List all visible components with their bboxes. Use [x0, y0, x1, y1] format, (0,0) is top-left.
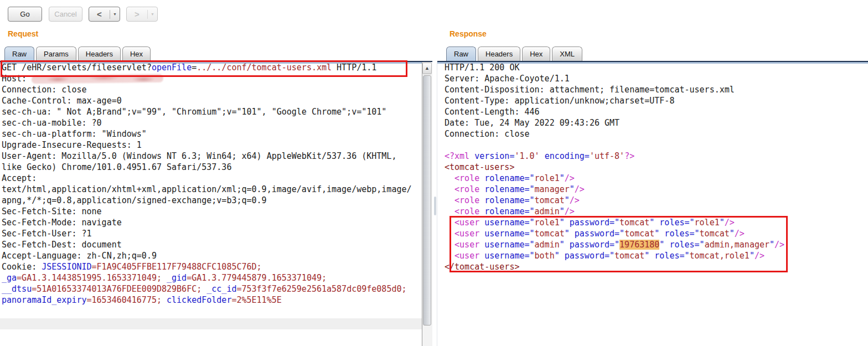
- code-segment: =GA1.3.779445879.1653371049;: [187, 273, 327, 283]
- code-segment: Sec-Fetch-User: ?1: [2, 229, 92, 239]
- code-segment: version=: [474, 151, 514, 161]
- code-line: User-Agent: Mozilla/5.0 (Windows NT 6.3;…: [2, 151, 421, 162]
- code-line: panoramaId_expiry=1653460416775; clicked…: [2, 295, 421, 306]
- pane-divider-handle[interactable]: [434, 197, 436, 215]
- code-segment: <user: [454, 251, 484, 261]
- code-segment: =1653460416775;: [87, 295, 162, 305]
- code-segment: " password=": [560, 218, 619, 228]
- code-line: <role rolename="manager"/>: [445, 184, 868, 195]
- code-segment: admin: [535, 240, 560, 250]
- code-segment: Content-Length: 446: [445, 107, 540, 117]
- code-line: apng,*/*;q=0.8,application/signed-exchan…: [2, 195, 421, 206]
- code-line: Connection: close: [445, 128, 868, 140]
- code-line: Server: Apache-Coyote/1.1: [445, 73, 868, 84]
- code-line: Cache-Control: max-age=0: [2, 95, 421, 106]
- code-segment: HTTP/1.1 200 OK: [445, 63, 519, 73]
- code-line: Content-Type: application/unknow;charset…: [445, 95, 868, 106]
- request-tab-headers[interactable]: Headers: [78, 47, 121, 61]
- code-segment: />: [575, 184, 585, 194]
- code-segment: _ga: [2, 273, 17, 283]
- code-segment: admin: [535, 206, 560, 216]
- code-segment: />: [735, 229, 745, 239]
- request-title: Request: [8, 29, 38, 38]
- code-segment: <user: [454, 229, 484, 239]
- code-segment: Connection: close: [2, 85, 87, 95]
- code-segment: rolename=": [484, 206, 534, 216]
- code-line: <user username="role1" password="tomcat"…: [445, 217, 868, 228]
- code-segment: openFile: [152, 63, 192, 73]
- code-segment: _cc_id: [206, 284, 236, 294]
- code-segment: />: [565, 173, 575, 183]
- code-segment: ": [769, 240, 774, 250]
- code-segment: _gid: [167, 273, 187, 283]
- code-line: Date: Tue, 24 May 2022 09:43:26 GMT: [445, 117, 868, 128]
- code-segment: ": [560, 173, 565, 183]
- code-segment: rolename=": [484, 195, 534, 205]
- code-segment: />: [570, 195, 580, 205]
- code-segment: role1: [695, 218, 720, 228]
- back-button[interactable]: < ▼: [89, 7, 120, 22]
- response-tab-headers[interactable]: Headers: [478, 47, 520, 61]
- code-segment: Sec-Fetch-Mode: navigate: [2, 218, 122, 228]
- forward-dropdown-icon[interactable]: ▼: [148, 12, 157, 16]
- code-segment: <role: [454, 206, 484, 216]
- code-line: <tomcat-users>: [445, 162, 868, 173]
- code-line: Connection: close: [2, 84, 421, 95]
- code-segment: username=": [484, 218, 534, 228]
- code-segment: sec-ch-ua: " Not A;Brand";v="99", "Chrom…: [2, 107, 386, 117]
- code-segment: JSESSIONID: [42, 262, 91, 272]
- code-line: [445, 140, 868, 151]
- code-segment: <?xml: [445, 151, 474, 161]
- code-segment: [445, 184, 454, 194]
- code-line: <user username="both" password="tomcat" …: [445, 250, 868, 261]
- request-scroll-thumb[interactable]: [423, 75, 431, 326]
- code-segment: User-Agent: Mozilla/5.0 (Windows NT 6.3;…: [2, 151, 396, 161]
- code-line: <role rolename="tomcat"/>: [445, 195, 868, 206]
- code-segment: =F1A9C405FFBE117F79488CFC1085C76D;: [92, 262, 262, 272]
- go-button[interactable]: Go: [8, 7, 42, 22]
- back-arrow-icon: <: [89, 9, 110, 19]
- response-tab-raw[interactable]: Raw: [446, 47, 476, 61]
- code-segment: username=": [484, 229, 534, 239]
- code-segment: =GA1.3.1443851995.1653371049;: [17, 273, 162, 283]
- code-segment: Accept:: [2, 173, 37, 183]
- code-segment: panoramaId_expiry: [2, 295, 87, 305]
- request-tab-hex[interactable]: Hex: [122, 47, 151, 61]
- request-tabs: Raw Params Headers Hex: [4, 47, 152, 61]
- code-segment: both: [535, 251, 555, 261]
- redacted-host-value: [32, 74, 163, 84]
- code-line: Accept-Language: zh-CN,zh;q=0.9: [2, 250, 421, 261]
- forward-button[interactable]: > ▼: [126, 7, 158, 22]
- code-segment: ": [570, 184, 575, 194]
- code-line: _ga=GA1.3.1443851995.1653371049; _gid=GA…: [2, 272, 421, 283]
- code-line: <user username="tomcat" password="tomcat…: [445, 228, 868, 239]
- code-segment: ": [750, 251, 755, 261]
- code-segment: sec-ch-ua-mobile: ?0: [2, 118, 102, 128]
- cancel-button[interactable]: Cancel: [49, 7, 82, 22]
- response-tab-xml[interactable]: XML: [552, 47, 582, 61]
- request-hscrollbar[interactable]: [0, 318, 422, 329]
- code-segment: tomcat: [700, 229, 730, 239]
- code-segment: [445, 229, 454, 239]
- request-tab-params[interactable]: Params: [36, 47, 76, 61]
- back-dropdown-icon[interactable]: ▼: [110, 12, 120, 16]
- code-segment: 19763180: [619, 240, 659, 250]
- scroll-up-icon[interactable]: ▲: [422, 63, 432, 74]
- code-segment: apng,*/*;q=0.8,application/signed-exchan…: [2, 195, 267, 205]
- code-segment: role1: [535, 173, 560, 183]
- code-segment: />: [725, 218, 735, 228]
- code-line: Sec-Fetch-Site: none: [2, 206, 421, 217]
- response-editor[interactable]: HTTP/1.1 200 OKServer: Apache-Coyote/1.1…: [445, 62, 868, 272]
- code-line: sec-ch-ua: " Not A;Brand";v="99", "Chrom…: [2, 106, 421, 117]
- request-editor[interactable]: GET /eHR/servlets/fileservlet?openFile=.…: [2, 62, 421, 306]
- code-segment: ": [730, 229, 735, 239]
- code-segment: [445, 173, 454, 183]
- code-segment: [445, 218, 454, 228]
- code-line: Content-Disposition: attachment; filenam…: [445, 84, 868, 95]
- request-tab-raw[interactable]: Raw: [4, 47, 34, 61]
- code-segment: admin,manager: [705, 240, 769, 250]
- code-segment: manager: [535, 184, 570, 194]
- code-segment: Sec-Fetch-Dest: document: [2, 240, 122, 250]
- response-tab-hex[interactable]: Hex: [522, 47, 550, 61]
- code-segment: HTTP/1.1: [332, 63, 376, 73]
